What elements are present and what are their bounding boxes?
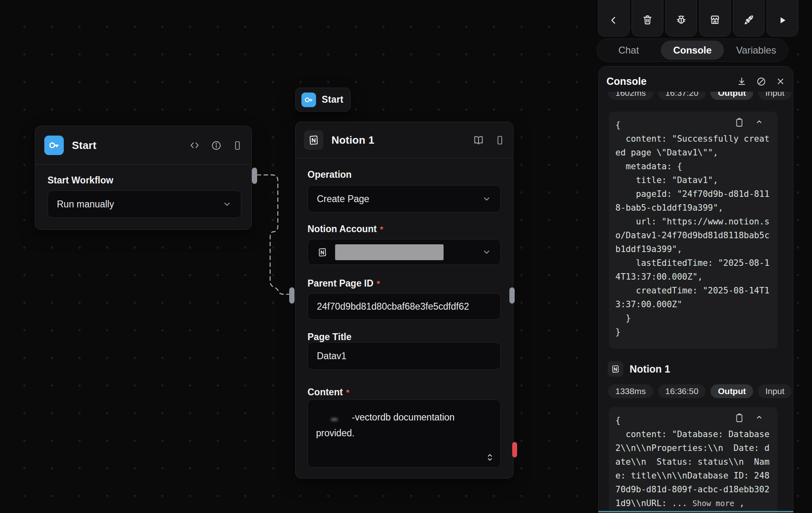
mini-start-title: Start [322,94,343,105]
operation-select[interactable]: Create Page [307,185,501,213]
parent-page-input[interactable]: 24f70d9bd81d80cbaf68e3fe5cdfdf62 [307,293,501,320]
page-title-label: Page Title [307,332,351,343]
time-badge: 16:37:20 [658,92,706,100]
chevron-down-icon [222,199,232,209]
code-icon[interactable] [189,140,200,151]
redacted-word [331,418,338,420]
account-redacted-value [335,244,444,260]
log-json-lastline: 1d9\\nURL: ... Show more , [615,496,771,510]
panel-tabs: Chat Console Variables [597,39,788,62]
log-output-block: { content: "Successfully creat ed page \… [609,112,777,349]
page-title-input[interactable]: Datav1 [307,342,501,370]
start-node-title: Start [72,139,96,152]
store-icon [709,14,721,26]
parent-page-value: 24f70d9bd81d80cbaf68e3fe5cdfdf62 [317,301,469,312]
tab-variables[interactable]: Variables [725,41,788,60]
panel-bottom-accent [598,511,793,512]
resize-handle-icon[interactable] [486,453,494,462]
start-trigger-icon [44,136,64,155]
book-icon[interactable] [473,134,484,146]
notion-error-handle[interactable] [512,442,517,457]
log-json-text: { content: "Database: Database 2\\n\\nPr… [615,414,771,496]
back-button[interactable] [598,0,630,37]
log-entry-meta: 1338ms 16:36:50 Output Input [608,384,792,398]
console-title: Console [606,75,647,87]
start-trigger-icon [301,93,316,107]
output-toggle[interactable]: Output [710,92,753,100]
log-entry-header: Notion 1 [608,361,670,377]
notion-node-title: Notion 1 [331,134,375,147]
required-asterisk: * [380,224,383,234]
required-asterisk: * [377,279,380,288]
bug-icon [676,14,687,26]
copy-icon[interactable] [734,117,744,128]
deploy-button[interactable] [733,0,764,37]
duration-badge: 1602ms [608,92,653,100]
trash-icon [642,14,653,26]
duration-badge: 1338ms [608,384,653,398]
node-divider [35,164,251,165]
tab-console[interactable]: Console [661,41,724,60]
chevron-down-icon [482,247,492,257]
required-asterisk: * [346,388,349,397]
info-icon[interactable] [211,140,222,151]
operation-label: Operation [307,169,352,180]
input-toggle[interactable]: Input [758,384,792,398]
store-button[interactable] [699,0,731,37]
notion-icon [317,247,328,258]
workflow-app: Start Start [0,0,812,513]
log-output-block: { content: "Database: Database 2\\n\\nPr… [609,407,777,513]
collapse-icon[interactable] [755,413,764,423]
trigger-select[interactable]: Run manually [48,190,241,218]
collapse-icon[interactable] [755,117,764,128]
notion-account-select[interactable] [307,239,501,265]
download-icon[interactable] [736,76,747,87]
notion-output-handle[interactable] [509,287,515,304]
notion-icon [304,130,323,150]
console-scroll-area[interactable]: 1602ms 16:37:20 Output Input { content: … [599,92,793,513]
node-start-mini[interactable]: Start [295,88,351,112]
content-line-1: -vectordb documentation [316,410,492,425]
start-output-handle[interactable] [252,168,257,184]
close-icon[interactable] [775,76,786,87]
run-button[interactable] [767,0,798,37]
account-label: Notion Account* [307,224,383,235]
notion-icon [608,361,623,377]
input-toggle[interactable]: Input [758,92,792,100]
phone-icon[interactable] [232,140,243,151]
output-toggle[interactable]: Output [710,384,753,398]
chevron-left-icon [608,15,619,26]
play-icon [777,15,788,26]
rocket-icon [743,14,754,26]
log-node-name: Notion 1 [630,363,670,375]
content-textarea[interactable]: -vectordb documentation provided. [307,399,501,468]
console-panel: Console 1602ms 16:37:20 [598,66,793,513]
phone-icon[interactable] [495,135,505,145]
node-notion[interactable]: Notion 1 Operation Create Page [295,122,513,479]
start-workflow-label: Start Workflow [48,175,113,186]
log-json-text: { content: "Successfully creat ed page \… [615,118,771,339]
show-more-link[interactable]: Show more [693,499,734,508]
tab-chat[interactable]: Chat [597,41,660,60]
time-badge: 16:36:50 [658,384,706,398]
clear-console-icon[interactable] [756,76,767,87]
debug-button[interactable] [665,0,697,37]
parent-page-label: Parent Page ID* [307,278,380,289]
node-divider [296,158,513,158]
content-line-2: provided. [316,425,492,441]
content-label: Content* [307,387,349,398]
node-start[interactable]: Start Start W [35,126,252,230]
notion-input-handle[interactable] [289,287,294,304]
delete-button[interactable] [632,0,663,37]
page-title-value: Datav1 [317,351,346,362]
copy-icon[interactable] [734,413,744,423]
operation-select-value: Create Page [317,194,369,205]
chevron-down-icon [482,194,492,204]
trigger-select-value: Run manually [57,199,114,210]
log-entry-meta: 1602ms 16:37:20 Output Input [608,92,792,100]
